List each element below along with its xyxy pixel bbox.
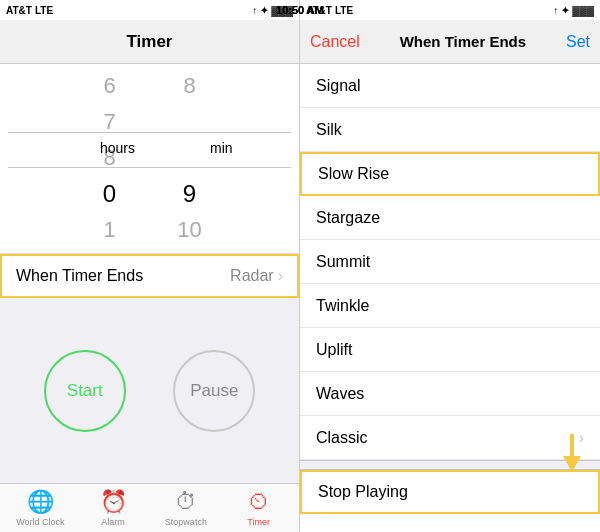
left-panel: AT&T LTE 10:50 AM ↑ ✦ ▓▓▓ Timer 6 7 8 0 … bbox=[0, 0, 300, 532]
item-text-slow-rise: Slow Rise bbox=[318, 165, 582, 183]
picker-item bbox=[150, 104, 230, 140]
picker-columns: 6 7 8 0 1 hours 8 9 10 min bbox=[0, 68, 299, 248]
picker-item: 10 bbox=[150, 212, 230, 248]
hours-label: hours bbox=[100, 140, 135, 156]
right-panel: AT&T LTE 10:50 AM ↑ ✦ ▓▓▓ Cancel When Ti… bbox=[300, 0, 600, 532]
nav-title-right: When Timer Ends bbox=[400, 33, 526, 50]
yellow-arrow-icon bbox=[558, 434, 586, 474]
tab-world-clock[interactable]: 🌐 World Clock bbox=[4, 489, 77, 527]
picker-item: 7 bbox=[70, 104, 150, 140]
pause-button[interactable]: Pause bbox=[173, 350, 255, 432]
list-item-twinkle[interactable]: Twinkle bbox=[300, 284, 600, 328]
item-text: Twinkle bbox=[316, 297, 584, 315]
item-text: Stargaze bbox=[316, 209, 584, 227]
list-item-classic[interactable]: Classic › bbox=[300, 416, 600, 460]
list-area[interactable]: Signal Silk Slow Rise Stargaze Summit Tw… bbox=[300, 64, 600, 532]
start-button[interactable]: Start bbox=[44, 350, 126, 432]
list-item-signal[interactable]: Signal bbox=[300, 64, 600, 108]
cancel-button[interactable]: Cancel bbox=[310, 33, 360, 51]
item-text: Silk bbox=[316, 121, 584, 139]
nav-bar-left: Timer bbox=[0, 20, 299, 64]
tab-world-clock-label: World Clock bbox=[16, 517, 64, 527]
svg-marker-1 bbox=[563, 456, 581, 472]
location-icon-r: ↑ bbox=[553, 5, 558, 16]
picker-area[interactable]: 6 7 8 0 1 hours 8 9 10 min bbox=[0, 64, 299, 254]
stop-playing-row[interactable]: Stop Playing bbox=[300, 470, 600, 514]
chevron-right-icon: › bbox=[278, 267, 283, 285]
alarm-icon: ⏰ bbox=[100, 489, 127, 515]
list-item-uplift[interactable]: Uplift bbox=[300, 328, 600, 372]
stopwatch-icon: ⏱ bbox=[175, 489, 197, 515]
list-item-slow-rise[interactable]: Slow Rise bbox=[300, 152, 600, 196]
nav-bar-right: Cancel When Timer Ends Set bbox=[300, 20, 600, 64]
status-left: AT&T LTE bbox=[6, 5, 53, 16]
tab-timer-label: Timer bbox=[247, 517, 270, 527]
item-text: Uplift bbox=[316, 341, 584, 359]
hours-column[interactable]: 6 7 8 0 1 bbox=[70, 68, 150, 248]
picker-item: 1 bbox=[70, 212, 150, 248]
list-item-summit[interactable]: Summit bbox=[300, 240, 600, 284]
tab-stopwatch-label: Stopwatch bbox=[165, 517, 207, 527]
stop-playing-text: Stop Playing bbox=[318, 483, 408, 501]
minutes-column[interactable]: 8 9 10 bbox=[150, 68, 230, 248]
list-item-waves[interactable]: Waves bbox=[300, 372, 600, 416]
item-text: Summit bbox=[316, 253, 584, 271]
tab-bar-left: 🌐 World Clock ⏰ Alarm ⏱ Stopwatch ⏲ Time… bbox=[0, 483, 299, 532]
bluetooth-icon-r: ✦ bbox=[561, 5, 569, 16]
status-right-right: ↑ ✦ ▓▓▓ bbox=[553, 5, 594, 16]
min-label: min bbox=[210, 140, 233, 156]
battery-icon-r: ▓▓▓ bbox=[572, 5, 594, 16]
tab-timer[interactable]: ⏲ Timer bbox=[222, 489, 295, 527]
when-timer-label: When Timer Ends bbox=[16, 267, 230, 285]
network-left: LTE bbox=[35, 5, 53, 16]
tab-alarm[interactable]: ⏰ Alarm bbox=[77, 489, 150, 527]
bluetooth-icon: ✦ bbox=[260, 5, 268, 16]
carrier-left: AT&T bbox=[6, 5, 32, 16]
tab-alarm-label: Alarm bbox=[101, 517, 125, 527]
location-icon: ↑ bbox=[252, 5, 257, 16]
item-text: Signal bbox=[316, 77, 584, 95]
when-timer-row[interactable]: When Timer Ends Radar › bbox=[0, 254, 299, 298]
when-timer-value: Radar bbox=[230, 267, 274, 285]
status-bar-right: AT&T LTE 10:50 AM ↑ ✦ ▓▓▓ bbox=[300, 0, 600, 20]
picker-item: 6 bbox=[70, 68, 150, 104]
status-bar-left: AT&T LTE 10:50 AM ↑ ✦ ▓▓▓ bbox=[0, 0, 299, 20]
time-right: 10:50 AM bbox=[276, 4, 324, 16]
picker-item-selected: 9 bbox=[150, 176, 230, 212]
list-item-stargaze[interactable]: Stargaze bbox=[300, 196, 600, 240]
item-text: Classic bbox=[316, 429, 579, 447]
world-clock-icon: 🌐 bbox=[27, 489, 54, 515]
buttons-area: Start Pause bbox=[0, 298, 299, 483]
network-right: LTE bbox=[335, 5, 353, 16]
item-text: Waves bbox=[316, 385, 584, 403]
set-button[interactable]: Set bbox=[566, 33, 590, 51]
picker-item-selected: 0 bbox=[70, 176, 150, 212]
timer-icon: ⏲ bbox=[248, 489, 270, 515]
nav-title-left: Timer bbox=[127, 32, 173, 52]
list-item-silk[interactable]: Silk bbox=[300, 108, 600, 152]
picker-item: 8 bbox=[150, 68, 230, 104]
tab-stopwatch[interactable]: ⏱ Stopwatch bbox=[150, 489, 223, 527]
stop-playing-container: Stop Playing bbox=[300, 470, 600, 514]
section-separator bbox=[300, 460, 600, 470]
